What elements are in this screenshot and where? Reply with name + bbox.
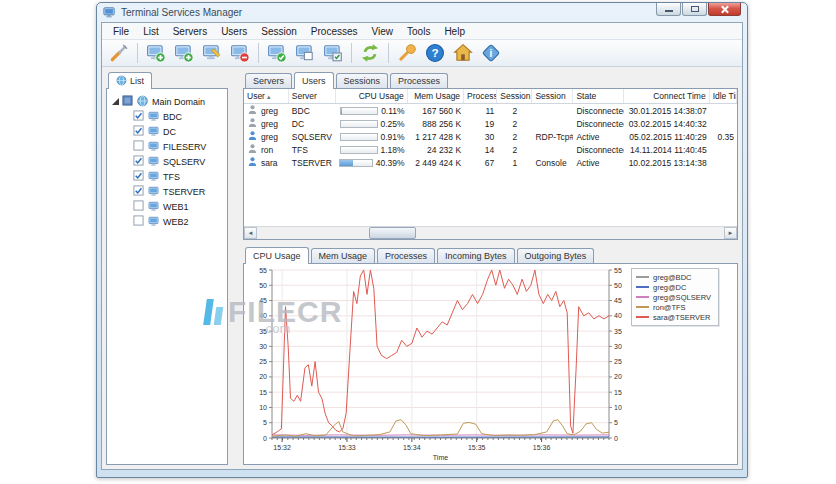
home-icon[interactable] xyxy=(450,41,476,65)
tree-checkbox[interactable] xyxy=(133,200,144,213)
session-id-cell: 2 xyxy=(497,119,532,129)
about-icon[interactable]: i xyxy=(478,41,504,65)
tab-processes[interactable]: Processes xyxy=(390,73,448,88)
column-header-label: Session ID xyxy=(500,91,532,101)
column-header-idle-time[interactable]: Idle Time xyxy=(710,89,737,103)
tree-node-tserver[interactable]: TSERVER xyxy=(109,184,225,199)
select-all-servers-icon[interactable] xyxy=(320,41,346,65)
column-header-label: User xyxy=(247,91,265,101)
scrollbar-track[interactable] xyxy=(257,227,724,239)
settings-icon[interactable] xyxy=(394,41,420,65)
add-server-icon[interactable] xyxy=(143,41,169,65)
add-server-group-icon[interactable] xyxy=(171,41,197,65)
column-header-state[interactable]: State xyxy=(573,89,624,103)
chart-tab-cpu-usage[interactable]: CPU Usage xyxy=(245,247,309,264)
scrollbar-thumb[interactable] xyxy=(369,227,416,239)
menu-tools[interactable]: Tools xyxy=(400,25,437,38)
sort-ascending-icon: ▴ xyxy=(265,93,270,100)
table-row[interactable]: gregDC0.25%888 256 K192Disconnected03.02… xyxy=(244,117,737,130)
refresh-icon[interactable] xyxy=(357,41,383,65)
users-table-panel: User ▴ServerCPU UsageMem UsageProcessesS… xyxy=(243,88,738,240)
app-icon xyxy=(103,6,116,19)
tree-node-fileserv[interactable]: FILESERV xyxy=(109,139,225,154)
tab-sessions[interactable]: Sessions xyxy=(336,73,389,88)
column-header-processes[interactable]: Processes xyxy=(464,89,497,103)
tree-node-bdc[interactable]: BDC xyxy=(109,109,225,124)
table-row[interactable]: gregBDC0.11%167 560 K112Disconnected30.0… xyxy=(244,104,737,117)
menu-session[interactable]: Session xyxy=(254,25,304,38)
table-row[interactable]: saraTSERVER40.39%2 449 424 K671ConsoleAc… xyxy=(244,156,737,169)
help-icon[interactable]: ? xyxy=(422,41,448,65)
tree-checkbox[interactable] xyxy=(122,95,133,108)
scroll-left-button[interactable]: ◄ xyxy=(244,227,257,239)
menu-help[interactable]: Help xyxy=(437,25,472,38)
user-cell: ron xyxy=(244,143,289,156)
column-header-session-id[interactable]: Session ID xyxy=(497,89,532,103)
select-server-icon[interactable] xyxy=(264,41,290,65)
legend-label: greg@BDC xyxy=(653,273,691,282)
table-row[interactable]: ronTFS1.18%24 232 K142Disconnected14.11.… xyxy=(244,143,737,156)
expand-arrow-icon[interactable] xyxy=(111,98,119,106)
legend-swatch xyxy=(636,316,649,318)
tree-node-web1[interactable]: WEB1 xyxy=(109,199,225,214)
tree-checkbox[interactable] xyxy=(133,110,144,123)
tree-checkbox[interactable] xyxy=(133,170,144,183)
column-header-cpu-usage[interactable]: CPU Usage xyxy=(336,89,408,103)
remove-server-icon[interactable] xyxy=(227,41,253,65)
tab-list[interactable]: List xyxy=(108,72,152,89)
column-header-user[interactable]: User ▴ xyxy=(244,89,289,103)
menu-list[interactable]: List xyxy=(136,25,166,38)
column-header-connect-time[interactable]: Connect Time xyxy=(624,89,710,103)
tree-checkbox[interactable] xyxy=(133,125,144,138)
minimize-button[interactable] xyxy=(656,3,681,16)
svg-text:5: 5 xyxy=(263,419,267,426)
legend-label: ron@TFS xyxy=(653,303,686,312)
svg-text:25: 25 xyxy=(614,358,622,365)
menu-view[interactable]: View xyxy=(365,25,401,38)
column-header-label: State xyxy=(576,91,596,101)
tree-checkbox[interactable] xyxy=(133,185,144,198)
connect-icon[interactable] xyxy=(106,41,132,65)
copy-server-icon[interactable] xyxy=(292,41,318,65)
chart-tab-outgoing-bytes[interactable]: Outgoing Bytes xyxy=(517,248,595,263)
tree-node-sqlserv[interactable]: SQLSERV xyxy=(109,154,225,169)
tree-node-web2[interactable]: WEB2 xyxy=(109,214,225,229)
close-button[interactable] xyxy=(708,3,741,16)
legend-label: greg@SQLSERV xyxy=(653,293,711,302)
table-row[interactable]: gregSQLSERV0.91%1 217 428 K302RDP-Tcp#0A… xyxy=(244,130,737,143)
menu-users[interactable]: Users xyxy=(214,25,254,38)
edit-server-icon[interactable] xyxy=(199,41,225,65)
tree-node-main-domain[interactable]: Main Domain xyxy=(109,94,225,109)
column-header-mem-usage[interactable]: Mem Usage xyxy=(408,89,464,103)
scroll-right-button[interactable]: ► xyxy=(724,227,737,239)
svg-text:0: 0 xyxy=(263,435,267,442)
tree-node-tfs[interactable]: TFS xyxy=(109,169,225,184)
table-header-row: User ▴ServerCPU UsageMem UsageProcessesS… xyxy=(244,89,737,104)
column-header-server[interactable]: Server xyxy=(289,89,336,103)
tab-servers[interactable]: Servers xyxy=(245,73,292,88)
titlebar[interactable]: Terminal Services Manager xyxy=(101,3,743,22)
chart-tab-mem-usage[interactable]: Mem Usage xyxy=(311,248,376,263)
chart-tab-incoming-bytes[interactable]: Incoming Bytes xyxy=(437,248,515,263)
processes-cell: 30 xyxy=(464,132,497,142)
tree-node-label: TFS xyxy=(163,172,180,182)
chart-tab-processes[interactable]: Processes xyxy=(377,248,435,263)
tree-node-dc[interactable]: DC xyxy=(109,124,225,139)
tree-checkbox[interactable] xyxy=(133,155,144,168)
maximize-button[interactable] xyxy=(682,3,707,16)
menu-servers[interactable]: Servers xyxy=(166,25,214,38)
processes-cell: 14 xyxy=(464,145,497,155)
tree-checkbox[interactable] xyxy=(133,140,144,153)
svg-text:25: 25 xyxy=(259,358,267,365)
tab-users[interactable]: Users xyxy=(294,72,334,89)
menu-file[interactable]: File xyxy=(106,25,136,38)
horizontal-scrollbar[interactable]: ◄ ► xyxy=(244,226,737,239)
tree-checkbox[interactable] xyxy=(133,215,144,228)
column-header-label: Connect Time xyxy=(653,91,705,101)
panel-splitter[interactable] xyxy=(233,71,238,465)
content-area: List Main DomainBDCDCFILESERVSQLSERVTFST… xyxy=(102,67,742,469)
mem-usage-cell: 888 256 K xyxy=(408,119,464,129)
menu-processes[interactable]: Processes xyxy=(304,25,365,38)
chart-panel: 0055101015152020252530303535404045455050… xyxy=(243,263,738,465)
column-header-session[interactable]: Session xyxy=(532,89,573,103)
